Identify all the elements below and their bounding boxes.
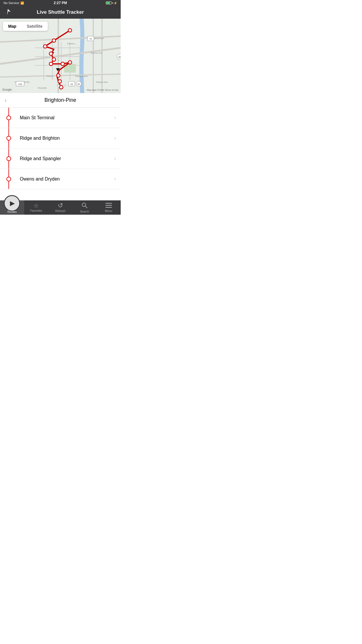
map-type-toggle[interactable]: Map Satellite <box>3 22 48 31</box>
svg-text:Persh...: Persh... <box>47 75 55 78</box>
svg-text:Zanesv...: Zanesv... <box>67 42 76 45</box>
svg-point-28 <box>59 85 63 89</box>
status-right: ⚡ <box>106 1 117 5</box>
tab-refresh[interactable]: ↺ Refresh <box>48 200 73 215</box>
svg-line-50 <box>85 206 87 208</box>
svg-text:143: 143 <box>18 83 22 85</box>
routes-play-icon: ▶ <box>10 200 15 207</box>
stop-line-container-0 <box>0 108 17 128</box>
svg-point-19 <box>52 39 56 42</box>
chevron-icon-2: › <box>114 155 116 162</box>
status-time: 2:27 PM <box>54 1 67 5</box>
status-left: No Service 📶 <box>3 1 24 5</box>
svg-point-23 <box>49 62 53 66</box>
bolt-icon: ⚡ <box>114 1 117 5</box>
search-icon <box>81 202 88 209</box>
stop-line-container-3 <box>0 169 17 189</box>
back-button[interactable]: ‹ <box>5 97 7 104</box>
stop-item-0[interactable]: Main St Terminal › <box>0 108 121 128</box>
svg-text:22: 22 <box>71 83 73 85</box>
refresh-label: Refresh <box>55 209 65 213</box>
tab-menu[interactable]: Menu <box>96 200 121 215</box>
stop-item-3[interactable]: Owens and Dryden › <box>0 169 121 189</box>
stop-dot-0 <box>6 116 11 120</box>
stop-dot-2 <box>6 156 11 161</box>
chevron-icon-3: › <box>114 176 116 182</box>
stop-list: Main St Terminal › Ridge and Brighton › … <box>0 108 121 200</box>
menu-icon <box>106 203 112 209</box>
route-title: Brighton-Pine <box>44 97 76 103</box>
stop-dot-3 <box>6 177 11 181</box>
tab-bar: ▶ Routes ☆ Favorites ↺ Refresh Search <box>0 200 121 215</box>
chevron-icon-1: › <box>114 135 116 141</box>
svg-text:Russells: Russells <box>38 87 47 89</box>
stop-name-2: Ridge and Spangler <box>17 156 114 161</box>
stop-name-3: Owens and Dryden <box>17 176 114 182</box>
nav-bar: Live Shuttle Tracker <box>0 6 121 19</box>
wifi-icon: 📶 <box>20 1 24 5</box>
tab-favorites[interactable]: ☆ Favorites <box>24 200 48 215</box>
svg-text:Wayne Ave: Wayne Ave <box>96 81 108 83</box>
svg-point-22 <box>52 58 56 61</box>
battery-indicator: ⚡ <box>106 1 117 5</box>
nav-title: Live Shuttle Tracker <box>37 9 84 15</box>
chevron-icon-0: › <box>114 115 116 121</box>
svg-point-27 <box>58 80 61 83</box>
stop-dot-1 <box>6 136 11 141</box>
svg-point-18 <box>68 29 72 32</box>
status-bar: No Service 📶 2:27 PM ⚡ <box>0 0 121 6</box>
svg-text:Sharon Ave: Sharon Ave <box>90 52 103 54</box>
stop-name-0: Main St Terminal <box>17 115 114 120</box>
svg-point-21 <box>49 52 53 55</box>
routes-label: Routes <box>8 210 17 214</box>
battery-tip <box>113 2 113 4</box>
svg-text:70: 70 <box>89 38 92 40</box>
map-type-map-button[interactable]: Map <box>3 22 22 31</box>
tab-routes[interactable]: ▶ Routes <box>0 200 24 215</box>
svg-point-24 <box>61 62 64 66</box>
svg-text:60: 60 <box>78 83 80 85</box>
svg-point-25 <box>68 61 72 64</box>
refresh-icon: ↺ <box>58 202 63 209</box>
tab-search[interactable]: Search <box>72 200 96 215</box>
stop-line-container-2 <box>0 148 17 169</box>
favorites-icon: ☆ <box>34 203 39 209</box>
location-icon[interactable] <box>5 8 11 16</box>
google-label: Google <box>2 88 12 91</box>
favorites-label: Favorites <box>30 209 42 212</box>
svg-point-49 <box>82 203 86 206</box>
svg-text:Putnam Ave: Putnam Ave <box>75 75 88 78</box>
stop-name-1: Ridge and Brighton <box>17 136 114 141</box>
search-label: Search <box>80 210 89 213</box>
map-container[interactable]: Greenwood Ave Sharon Ave Zanesv... Putna… <box>0 19 121 93</box>
stop-item-1[interactable]: Ridge and Brighton › <box>0 128 121 148</box>
svg-point-20 <box>43 45 47 48</box>
stop-item-2[interactable]: Ridge and Spangler › <box>0 148 121 169</box>
map-type-satellite-button[interactable]: Satellite <box>22 22 48 31</box>
stop-line-container-1 <box>0 128 17 148</box>
svg-point-26 <box>57 74 60 77</box>
menu-label: Menu <box>105 209 112 213</box>
route-header: ‹ Brighton-Pine <box>0 93 121 108</box>
routes-circle: ▶ <box>4 195 20 211</box>
svg-text:48: 48 <box>118 56 121 58</box>
battery-body <box>106 1 112 4</box>
map-copyright: Map data ©2020 Terms of Use <box>87 89 118 91</box>
battery-fill <box>106 2 110 4</box>
carrier-label: No Service <box>3 1 19 5</box>
